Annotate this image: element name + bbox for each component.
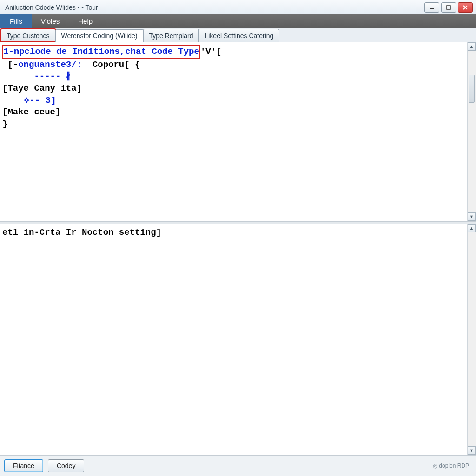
tab-likeel-settines[interactable]: Likeel Settines Catering xyxy=(198,29,279,42)
scroll-up-arrow[interactable]: ▲ xyxy=(468,42,476,51)
window-title: Aniluction Cdode Wlides - - Tour xyxy=(3,4,424,11)
scroll-thumb[interactable] xyxy=(469,75,475,103)
code-text: Coporu[ { xyxy=(82,60,140,70)
titlebar: Aniluction Cdode Wlides - - Tour xyxy=(0,0,476,14)
editor-lower-content[interactable]: etl in-Crta Ir Nocton setting] xyxy=(0,224,467,455)
menu-violes[interactable]: Violes xyxy=(32,14,69,28)
tab-strip: Type Custencs Werensfor Coding (Wilide) … xyxy=(0,28,476,42)
editor-upper-content[interactable]: 1-npclode de Inditions,chat Code Type'V'… xyxy=(0,42,467,221)
code-line: [Taye Cany ita] xyxy=(2,83,465,95)
menu-fills[interactable]: Fills xyxy=(0,14,32,28)
codey-button[interactable]: Codey xyxy=(48,459,84,472)
app-window: Aniluction Cdode Wlides - - Tour Fills V… xyxy=(0,0,476,476)
tab-werensfor-coding[interactable]: Werensfor Coding (Wilide) xyxy=(55,29,144,42)
svg-rect-0 xyxy=(430,8,434,9)
code-line: 1-npclode de Inditions,chat Code Type'V'… xyxy=(2,45,465,59)
code-line: [-onguanste3/: Coporu[ { xyxy=(2,59,465,71)
scrollbar-vertical[interactable]: ▲ ▼ xyxy=(467,42,476,221)
code-text: 'V'[ xyxy=(200,46,222,57)
code-text: [- xyxy=(7,60,18,70)
editor-upper: 1-npclode de Inditions,chat Code Type'V'… xyxy=(0,42,476,221)
code-keyword: 1-npclode de Inditions,chat Code Type xyxy=(2,45,200,59)
menubar: Fills Violes Help xyxy=(0,14,476,28)
minimize-icon xyxy=(429,5,435,10)
close-button[interactable] xyxy=(458,2,473,13)
code-line: etl in-Crta Ir Nocton setting] xyxy=(2,227,465,239)
minimize-button[interactable] xyxy=(424,2,439,13)
editor-lower: etl in-Crta Ir Nocton setting] ▲ ▼ xyxy=(0,224,476,455)
code-line: } xyxy=(2,119,465,131)
code-line: [Make ceue] xyxy=(2,106,465,119)
scroll-down-arrow[interactable]: ▼ xyxy=(468,212,476,221)
tab-type-remplard[interactable]: Type Remplard xyxy=(143,29,199,42)
maximize-icon xyxy=(446,5,451,10)
code-line: ⟡-- 3] xyxy=(2,95,465,107)
close-icon xyxy=(463,5,468,10)
maximize-button[interactable] xyxy=(441,2,456,13)
svg-rect-1 xyxy=(447,6,450,9)
scrollbar-vertical-lower[interactable]: ▲ ▼ xyxy=(467,224,476,455)
bottom-bar: Fitance Codey ◎ dopion RDP xyxy=(0,455,476,476)
tab-type-custencs[interactable]: Type Custencs xyxy=(0,29,56,42)
scroll-down-arrow[interactable]: ▼ xyxy=(468,446,476,455)
code-keyword: onguanste3/: xyxy=(18,60,82,70)
window-buttons xyxy=(424,2,473,13)
fitance-button[interactable]: Fitance xyxy=(4,459,43,472)
menu-help[interactable]: Help xyxy=(69,14,102,28)
code-line: ----- ∦ xyxy=(2,71,465,83)
scroll-up-arrow[interactable]: ▲ xyxy=(468,224,476,232)
status-right: ◎ dopion RDP xyxy=(433,463,472,469)
